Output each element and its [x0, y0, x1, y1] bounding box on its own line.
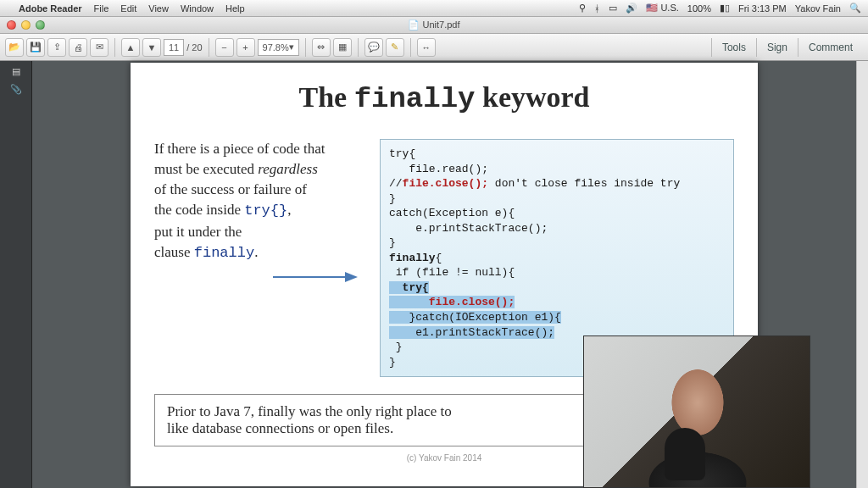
app-name[interactable]: Adobe Reader — [19, 3, 82, 14]
menu-help[interactable]: Help — [225, 3, 245, 14]
zoom-level-input[interactable]: 97.8% ▾ — [258, 39, 299, 56]
separator — [209, 38, 209, 57]
fit-page-icon[interactable]: ▦ — [333, 38, 352, 57]
open-icon[interactable]: 📂 — [5, 38, 24, 57]
slide-footer-box: Prior to Java 7, finally was the only ri… — [154, 394, 587, 446]
fit-width-icon[interactable]: ⇔ — [312, 38, 331, 57]
wifi-icon[interactable]: ⚲ — [579, 3, 586, 14]
comment-pane-button[interactable]: Comment — [798, 38, 863, 57]
user-name[interactable]: Yakov Fain — [795, 3, 841, 14]
volume-icon[interactable]: 🔊 — [626, 3, 637, 14]
close-window-button[interactable] — [7, 20, 16, 30]
input-flag[interactable]: 🇺🇸 U.S. — [646, 3, 678, 14]
navigation-sidebar: ▤ 📎 — [0, 61, 32, 488]
spotlight-icon[interactable]: 🔍 — [849, 3, 861, 14]
tools-pane-button[interactable]: Tools — [711, 38, 756, 57]
clock[interactable]: Fri 3:13 PM — [738, 3, 787, 14]
menu-view[interactable]: View — [148, 3, 169, 14]
read-mode-icon[interactable]: ↔ — [417, 38, 436, 57]
slide-title: The finally keyword — [154, 81, 734, 115]
svg-marker-1 — [345, 272, 358, 282]
webcam-overlay — [583, 336, 810, 488]
prev-page-icon[interactable]: ▲ — [121, 38, 140, 57]
highlight-icon[interactable]: ✎ — [386, 38, 404, 57]
battery-icon: ▮▯ — [720, 3, 730, 14]
content-area: ▤ 📎 The finally keyword If there is a pi… — [0, 61, 868, 488]
microphone-icon — [665, 428, 705, 480]
attachments-icon[interactable]: 📎 — [10, 84, 22, 95]
zoom-out-icon[interactable]: − — [215, 38, 234, 57]
separator — [114, 38, 115, 57]
menu-file[interactable]: File — [94, 3, 109, 14]
bluetooth-icon[interactable]: ᚼ — [594, 3, 600, 14]
zoom-window-button[interactable] — [36, 20, 45, 30]
separator — [305, 38, 306, 57]
page-separator: / — [186, 42, 189, 53]
page-number-input[interactable]: 11 — [164, 39, 184, 56]
window-titlebar: 📄 Unit7.pdf — [0, 17, 868, 34]
arrow-icon — [273, 269, 358, 286]
toolbar-right-panes: Tools Sign Comment — [711, 38, 863, 57]
window-controls — [7, 20, 45, 30]
slide-left-text: If there is a piece of code that must be… — [154, 139, 364, 377]
document-viewer[interactable]: The finally keyword If there is a piece … — [32, 61, 856, 488]
vertical-scrollbar[interactable] — [856, 61, 868, 488]
save-icon[interactable]: 💾 — [26, 38, 45, 57]
print-icon[interactable]: 🖨 — [69, 38, 87, 57]
separator — [358, 38, 359, 57]
battery-status[interactable]: 100% — [687, 3, 711, 14]
thumbnails-icon[interactable]: ▤ — [12, 66, 20, 77]
page-total: 20 — [192, 42, 202, 53]
macos-menubar: Adobe Reader File Edit View Window Help … — [0, 0, 868, 17]
next-page-icon[interactable]: ▼ — [142, 38, 161, 57]
document-title: 📄 Unit7.pdf — [408, 19, 459, 30]
display-icon[interactable]: ▭ — [609, 3, 617, 14]
separator — [410, 38, 411, 57]
reader-toolbar: 📂 💾 ⇪ 🖨 ✉ ▲ ▼ 11 / 20 − + 97.8% ▾ ⇔ ▦ 💬 … — [0, 34, 868, 61]
mail-icon[interactable]: ✉ — [90, 38, 108, 57]
comment-icon[interactable]: 💬 — [364, 38, 383, 57]
minimize-window-button[interactable] — [21, 20, 31, 30]
menu-edit[interactable]: Edit — [120, 3, 136, 14]
zoom-in-icon[interactable]: + — [236, 38, 255, 57]
export-icon[interactable]: ⇪ — [47, 38, 66, 57]
menu-window[interactable]: Window — [181, 3, 214, 14]
sign-pane-button[interactable]: Sign — [756, 38, 798, 57]
